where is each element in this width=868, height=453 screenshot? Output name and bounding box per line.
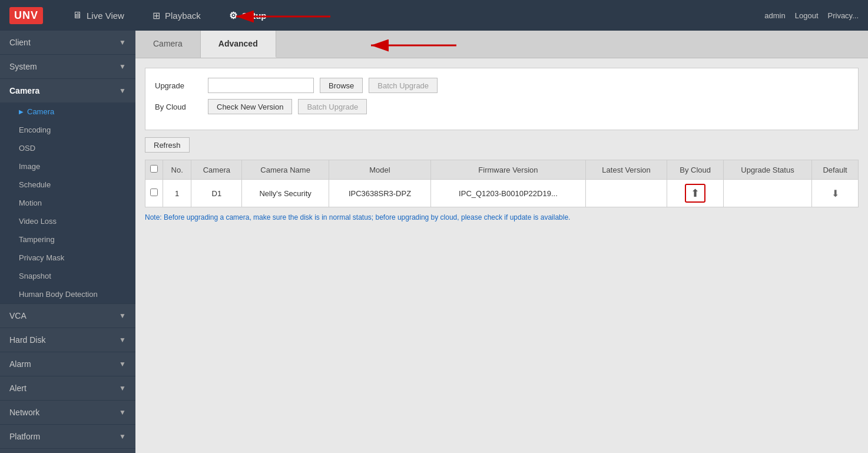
- nav-playback-label: Playback: [165, 11, 201, 21]
- row-default-cell: ⬇: [812, 180, 859, 207]
- sidebar-section-system: System ▼: [0, 55, 135, 79]
- sidebar-item-platform[interactable]: Platform ▼: [0, 425, 135, 448]
- chevron-down-icon: ▼: [119, 38, 126, 47]
- chevron-down-icon: ▼: [119, 384, 126, 392]
- sidebar-item-vca[interactable]: VCA ▼: [0, 304, 135, 328]
- nav-setup-label: Setup: [242, 11, 267, 21]
- camera-table: No. Camera Camera Name Model Firmware Ve…: [145, 160, 859, 207]
- sidebar-item-privacy-mask[interactable]: Privacy Mask: [0, 249, 135, 267]
- live-view-icon: 🖥: [72, 10, 82, 21]
- sidebar-item-camera-header[interactable]: Camera ▼: [0, 79, 135, 102]
- col-latest-version: Latest Version: [585, 160, 667, 180]
- top-nav: UNV 🖥 Live View ⊞ Playback ⚙ Setup: [0, 0, 868, 31]
- col-firmware-version: Firmware Version: [431, 160, 586, 180]
- sidebar-section-alert: Alert ▼: [0, 376, 135, 401]
- arrow-svg: [365, 35, 459, 56]
- by-cloud-row: By Cloud Check New Version Batch Upgrade: [155, 99, 849, 114]
- row-upgrade-status: [723, 180, 811, 207]
- privacy-link[interactable]: Privacy...: [828, 11, 859, 20]
- sidebar-item-osd[interactable]: OSD: [0, 139, 135, 157]
- sidebar-camera-label: Camera: [9, 86, 39, 95]
- sidebar-sub-camera: ▶ Camera Encoding OSD Image Schedule Mot…: [0, 102, 135, 303]
- chevron-down-icon: ▼: [119, 336, 126, 344]
- row-checkbox-cell: [145, 180, 163, 207]
- col-by-cloud: By Cloud: [667, 160, 724, 180]
- download-icon[interactable]: ⬇: [831, 189, 839, 199]
- sidebar-item-snapshot[interactable]: Snapshot: [0, 267, 135, 285]
- sidebar-item-alert[interactable]: Alert ▼: [0, 376, 135, 400]
- user-label: admin: [764, 11, 785, 20]
- cloud-upload-icon[interactable]: ⬆: [691, 187, 700, 200]
- tab-bar: Camera Advanced: [135, 31, 868, 58]
- sidebar-item-video-loss[interactable]: Video Loss: [0, 212, 135, 230]
- tab-camera[interactable]: Camera: [135, 31, 201, 58]
- sidebar-item-tampering[interactable]: Tampering: [0, 230, 135, 249]
- playback-icon: ⊞: [153, 10, 160, 21]
- sidebar-item-camera-sub[interactable]: ▶ Camera: [0, 102, 135, 121]
- tab-advanced[interactable]: Advanced: [201, 31, 276, 58]
- sidebar-privacy-mask-label: Privacy Mask: [19, 253, 64, 262]
- nav-setup[interactable]: ⚙ Setup: [217, 5, 279, 26]
- upgrade-label: Upgrade: [155, 81, 202, 90]
- sidebar-network-label: Network: [9, 408, 39, 417]
- sidebar-item-schedule[interactable]: Schedule: [0, 176, 135, 194]
- upgrade-row: Upgrade Browse Batch Upgrade: [155, 78, 849, 93]
- sidebar-item-network[interactable]: Network ▼: [0, 401, 135, 424]
- cloud-upload-box: ⬆: [685, 184, 705, 203]
- sidebar-vca-label: VCA: [9, 311, 26, 320]
- table-row: 1 D1 Nelly's Security IPC3638SR3-DPZ IPC…: [145, 180, 859, 207]
- refresh-button[interactable]: Refresh: [145, 137, 190, 153]
- col-camera: Camera: [191, 160, 242, 180]
- row-checkbox[interactable]: [150, 189, 158, 196]
- by-cloud-label: By Cloud: [155, 102, 202, 111]
- content-area: Upgrade Browse Batch Upgrade By Cloud Ch…: [135, 58, 868, 231]
- sidebar-alert-label: Alert: [9, 383, 26, 393]
- batch-upgrade-button[interactable]: Batch Upgrade: [369, 78, 438, 93]
- main-content: Camera Advanced: [135, 31, 868, 453]
- sidebar-item-human-body[interactable]: Human Body Detection: [0, 285, 135, 303]
- row-no: 1: [163, 180, 191, 207]
- sidebar-image-label: Image: [19, 162, 40, 171]
- advanced-arrow: [365, 35, 459, 58]
- col-default: Default: [812, 160, 859, 180]
- sidebar-section-platform: Platform ▼: [0, 425, 135, 449]
- tab-advanced-label: Advanced: [218, 39, 258, 48]
- sidebar-tampering-label: Tampering: [19, 235, 55, 244]
- sidebar-item-hard-disk[interactable]: Hard Disk ▼: [0, 328, 135, 352]
- row-camera-name: Nelly's Security: [242, 180, 329, 207]
- sidebar-item-client[interactable]: Client ▼: [0, 31, 135, 54]
- col-checkbox: [145, 160, 163, 180]
- sidebar-item-alarm[interactable]: Alarm ▼: [0, 352, 135, 376]
- chevron-down-icon: ▼: [119, 432, 126, 441]
- sidebar-snapshot-label: Snapshot: [19, 272, 51, 280]
- sidebar-schedule-label: Schedule: [19, 180, 51, 189]
- batch-upgrade2-button[interactable]: Batch Upgrade: [298, 99, 367, 114]
- sidebar-section-network: Network ▼: [0, 401, 135, 425]
- sidebar-section-alarm: Alarm ▼: [0, 352, 135, 376]
- sidebar-item-motion[interactable]: Motion: [0, 194, 135, 212]
- upgrade-input[interactable]: [208, 78, 314, 93]
- sidebar-item-encoding[interactable]: Encoding: [0, 121, 135, 139]
- sidebar-osd-label: OSD: [19, 144, 35, 153]
- sidebar-encoding-label: Encoding: [19, 125, 51, 134]
- sidebar-motion-label: Motion: [19, 199, 42, 207]
- col-no: No.: [163, 160, 191, 180]
- nav-playback[interactable]: ⊞ Playback: [141, 5, 213, 26]
- nav-live-view[interactable]: 🖥 Live View: [61, 5, 136, 25]
- sidebar-item-user[interactable]: User ▼: [0, 449, 135, 453]
- sidebar-item-image[interactable]: Image: [0, 157, 135, 176]
- col-upgrade-status: Upgrade Status: [723, 160, 811, 180]
- check-new-version-button[interactable]: Check New Version: [208, 99, 292, 114]
- main-layout: Client ▼ System ▼ Camera ▼ ▶ Camera: [0, 31, 868, 453]
- select-all-checkbox[interactable]: [150, 165, 158, 173]
- sidebar-human-body-label: Human Body Detection: [19, 290, 98, 299]
- browse-button[interactable]: Browse: [320, 78, 363, 93]
- chevron-down-icon: ▼: [119, 62, 126, 71]
- col-model: Model: [329, 160, 430, 180]
- logout-link[interactable]: Logout: [795, 11, 819, 20]
- chevron-down-icon: ▼: [119, 87, 126, 95]
- sidebar-item-system[interactable]: System ▼: [0, 55, 135, 78]
- nav-items: 🖥 Live View ⊞ Playback ⚙ Setup: [61, 5, 764, 26]
- sidebar-platform-label: Platform: [9, 432, 40, 441]
- note-text: Note: Before upgrading a camera, make su…: [145, 213, 859, 221]
